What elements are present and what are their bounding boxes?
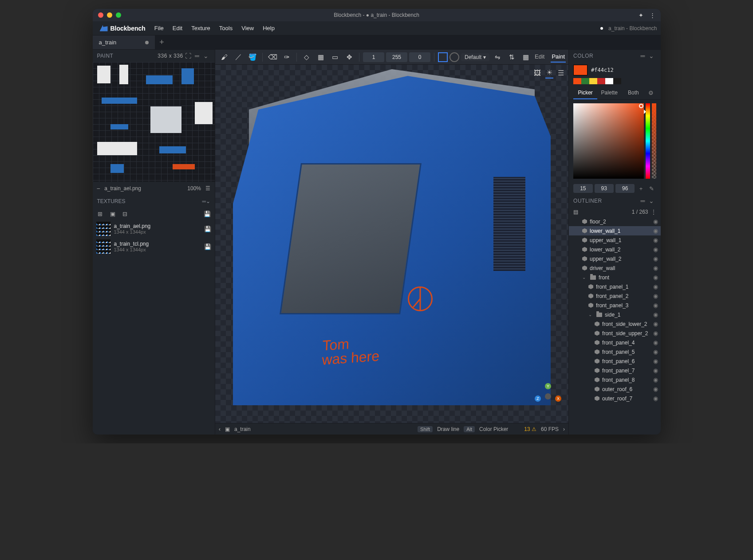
outliner-item[interactable]: front_panel_2◉ (569, 291, 660, 301)
extension-icon[interactable]: ✦ (639, 12, 643, 19)
saturation-input[interactable]: 93 (595, 184, 614, 193)
chevron-down-icon[interactable]: ⌄ (582, 275, 587, 280)
brush-opacity-input[interactable]: 255 (386, 52, 407, 62)
more-icon[interactable]: ⋮ (650, 12, 655, 19)
hue-slider[interactable] (646, 103, 650, 179)
outliner-item[interactable]: front_side_lower_2◉ (569, 319, 660, 329)
orientation-gizmo[interactable]: Y X Z (535, 383, 561, 410)
color-tab-picker[interactable]: Picker (573, 87, 597, 99)
visibility-toggle-icon[interactable]: ◉ (653, 367, 658, 374)
saturation-value-picker[interactable] (573, 103, 643, 179)
visibility-toggle-icon[interactable]: ◉ (653, 339, 658, 346)
panel-menu-icon[interactable]: ═ (639, 197, 647, 204)
select-tool-icon[interactable]: ▭ (329, 51, 341, 63)
menu-edit[interactable]: Edit (168, 23, 187, 33)
menu-file[interactable]: File (150, 23, 168, 33)
mode-paint-tab[interactable]: Paint (551, 51, 566, 63)
add-tab-button[interactable]: + (155, 35, 169, 49)
current-color-swatch[interactable] (573, 65, 587, 75)
outliner-item[interactable]: outer_roof_6◉ (569, 384, 660, 394)
outliner-filter-icon[interactable]: ▤ (573, 209, 578, 215)
3d-viewport[interactable]: Tom was here 🖼 ☀ ☰ Y X Z (215, 65, 568, 423)
visibility-toggle-icon[interactable]: ◉ (653, 330, 658, 337)
brush-shape-square[interactable] (438, 52, 448, 62)
visibility-toggle-icon[interactable]: ◉ (653, 386, 658, 392)
eraser-tool-icon[interactable]: ⌫ (266, 51, 279, 63)
visibility-toggle-icon[interactable]: ◉ (653, 246, 658, 253)
visibility-toggle-icon[interactable]: ◉ (653, 218, 658, 225)
visibility-toggle-icon[interactable]: ◉ (653, 302, 658, 309)
brush-shape-circle[interactable] (449, 52, 459, 62)
eyedropper-tool-icon[interactable]: ✑ (280, 51, 293, 63)
outliner-more-icon[interactable]: ⋮ (651, 209, 656, 215)
chevron-down-icon[interactable]: ⌄ (588, 312, 594, 317)
outliner-item[interactable]: lower_wall_2◉ (569, 245, 660, 254)
brush-tool-icon[interactable]: 🖌 (218, 51, 230, 63)
visibility-toggle-icon[interactable]: ◉ (653, 293, 658, 299)
uv-editor[interactable] (93, 62, 215, 182)
color-history-swatch[interactable] (605, 78, 613, 84)
axis-x[interactable]: X (555, 396, 561, 402)
outliner-item[interactable]: front_panel_8◉ (569, 375, 660, 384)
shape-tool-icon[interactable]: ◇ (300, 51, 313, 63)
fullscreen-icon[interactable]: ⛶ (183, 52, 193, 59)
visibility-toggle-icon[interactable]: ◉ (653, 376, 658, 383)
visibility-toggle-icon[interactable]: ◉ (653, 311, 658, 318)
maximize-icon[interactable] (116, 12, 121, 18)
nav-back-icon[interactable]: ‹ (219, 426, 221, 432)
import-texture-icon[interactable]: ⊞ (96, 210, 104, 218)
visibility-toggle-icon[interactable]: ◉ (653, 321, 658, 327)
color-settings-icon[interactable]: ⚙ (646, 87, 656, 99)
visibility-toggle-icon[interactable]: ◉ (653, 349, 658, 355)
color-history-swatch[interactable] (613, 78, 621, 84)
app-logo[interactable]: Blockbench (96, 25, 149, 32)
color-history-swatch[interactable] (589, 78, 597, 84)
color-tab-palette[interactable]: Palette (597, 87, 621, 99)
shading-icon[interactable]: ☀ (545, 67, 553, 78)
create-texture-icon[interactable]: ▣ (109, 210, 117, 218)
outliner-item[interactable]: outer_roof_7◉ (569, 394, 660, 403)
color-history-swatch[interactable] (573, 78, 581, 84)
bucket-tool-icon[interactable]: 🪣 (246, 51, 259, 63)
color-history-swatch[interactable] (597, 78, 605, 84)
mode-edit-tab[interactable]: Edit (534, 51, 545, 63)
menu-tools[interactable]: Tools (215, 23, 237, 33)
outliner-item[interactable]: driver_wall◉ (569, 263, 660, 273)
visibility-toggle-icon[interactable]: ◉ (653, 283, 658, 290)
hue-input[interactable]: 15 (573, 184, 592, 193)
uv-options-icon[interactable]: ☰ (205, 185, 210, 192)
axis-y[interactable]: Y (545, 383, 551, 389)
mirror-x-icon[interactable]: ⇋ (491, 51, 504, 63)
panel-menu-icon[interactable]: ═ (193, 52, 201, 59)
nav-forward-icon[interactable]: › (563, 426, 565, 432)
mirror-y-icon[interactable]: ⇅ (505, 51, 518, 63)
color-hex-input[interactable]: #f44c12 (591, 67, 614, 73)
outliner-item[interactable]: front_panel_6◉ (569, 356, 660, 366)
add-color-icon[interactable]: + (636, 185, 645, 192)
open-file-indicator[interactable]: a_train - Blockbench (600, 25, 657, 31)
alpha-slider[interactable] (652, 103, 656, 179)
texture-item[interactable]: a_train_ael.png 1344 x 1344px 💾 (93, 220, 215, 238)
outliner-item[interactable]: upper_wall_2◉ (569, 254, 660, 263)
color-history-swatch[interactable] (581, 78, 589, 84)
save-all-icon[interactable]: 💾 (203, 210, 211, 218)
save-texture-icon[interactable]: 💾 (204, 243, 211, 250)
outliner-item[interactable]: front_side_upper_2◉ (569, 329, 660, 338)
collapse-icon[interactable]: ⌄ (647, 197, 656, 204)
visibility-toggle-icon[interactable]: ◉ (653, 237, 658, 243)
save-texture-icon[interactable]: 💾 (204, 226, 211, 232)
close-icon[interactable] (98, 12, 103, 18)
move-tool-icon[interactable]: ✥ (343, 51, 355, 63)
visibility-toggle-icon[interactable]: ◉ (653, 265, 658, 271)
texture-grid-icon[interactable]: ⊟ (121, 210, 129, 218)
outliner-item[interactable]: front_panel_7◉ (569, 366, 660, 375)
outliner-item[interactable]: front_panel_4◉ (569, 338, 660, 347)
tab-a-train[interactable]: a_train (93, 35, 155, 49)
value-input[interactable]: 96 (615, 184, 635, 193)
collapse-icon[interactable]: ⌄ (201, 52, 211, 59)
collapse-icon[interactable]: ⌄ (206, 198, 210, 204)
visibility-toggle-icon[interactable]: ◉ (653, 274, 658, 281)
screenshot-icon[interactable]: 🖼 (533, 68, 542, 78)
outliner-item[interactable]: lower_wall_1◉ (569, 226, 660, 235)
minimize-icon[interactable] (107, 12, 112, 18)
